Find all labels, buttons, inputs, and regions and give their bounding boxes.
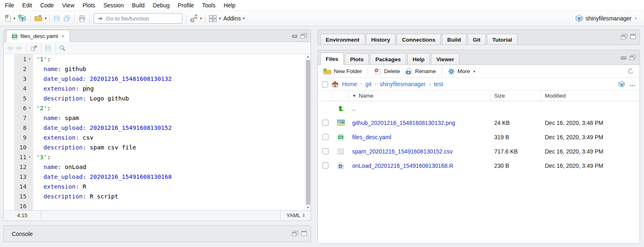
editor-body[interactable]: 1▼'1':2 name: github3 date_upload: 20201… [4, 54, 311, 210]
code-line[interactable]: 11▼'3': [4, 152, 311, 162]
code-line[interactable]: 6▼'2': [4, 103, 311, 113]
restore-icon[interactable] [300, 33, 307, 38]
menu-help[interactable]: Help [220, 0, 240, 11]
new-file-button[interactable] [3, 13, 13, 24]
forward-icon[interactable] [16, 45, 22, 51]
more-columns-button[interactable]: ... [629, 81, 635, 87]
popout-icon[interactable] [30, 45, 37, 51]
file-link[interactable]: spam_20201216_15491608130152.csv [352, 148, 453, 155]
code-line[interactable]: 5 description: Logo github [4, 93, 311, 103]
code-line[interactable]: 1▼'1': [4, 54, 311, 64]
file-link[interactable]: .. [352, 105, 355, 112]
scrollbar-thumb[interactable] [306, 60, 310, 205]
tab-connections[interactable]: Connections [397, 34, 441, 45]
search-icon[interactable] [59, 45, 66, 51]
new-project-button[interactable]: R [16, 13, 28, 24]
code-line[interactable]: 9 extension: csv [4, 133, 311, 142]
menu-session[interactable]: Session [99, 0, 128, 11]
tab-history[interactable]: History [366, 34, 396, 45]
console-header[interactable]: Console [4, 226, 311, 242]
tab-files[interactable]: Files [320, 53, 344, 65]
code-line[interactable]: 4 extension: png [4, 84, 311, 93]
header-size[interactable]: Size [491, 91, 542, 101]
header-name[interactable]: ▼ Name [349, 91, 491, 101]
file-checkbox[interactable] [322, 148, 329, 154]
restore-icon[interactable] [621, 34, 627, 39]
addins-button[interactable]: Addins ▾ [222, 13, 247, 24]
file-checkbox[interactable] [322, 162, 329, 169]
save-icon[interactable] [45, 45, 51, 51]
panes-layout-caret[interactable]: ▾ [218, 16, 222, 20]
editor-tab-files-desc-yaml[interactable]: YML files_desc.yaml × [6, 30, 70, 42]
file-checkbox[interactable] [322, 120, 329, 126]
breadcrumb-home[interactable]: Home [342, 81, 357, 87]
goto-file-box[interactable] [93, 13, 182, 24]
fold-arrow-icon[interactable]: ▼ [27, 103, 33, 113]
breadcrumb-shinyfilesmanager[interactable]: shinyfilesmanager [380, 81, 426, 87]
code-line[interactable]: 16 [4, 201, 311, 210]
scroll-up-icon[interactable]: ▲ [306, 54, 310, 59]
code-line[interactable]: 15 description: R script [4, 191, 311, 201]
tab-viewer[interactable]: Viewer [431, 53, 459, 65]
select-all-checkbox[interactable] [322, 81, 328, 87]
goto-file-input[interactable] [106, 16, 179, 22]
tab-help[interactable]: Help [407, 53, 430, 65]
code-line[interactable]: 14 extension: R [4, 182, 311, 191]
panes-layout-button[interactable] [207, 13, 218, 24]
home-icon[interactable] [331, 81, 339, 87]
print-button[interactable] [77, 13, 87, 24]
maximize-icon[interactable] [630, 34, 636, 39]
menu-build[interactable]: Build [128, 0, 149, 11]
project-selector[interactable]: R shinyfilesmanager ▾ [575, 14, 641, 22]
fold-arrow-icon[interactable]: ▼ [27, 152, 33, 162]
git-button[interactable]: +G [189, 13, 199, 24]
minimize-icon[interactable] [292, 33, 298, 38]
menu-plots[interactable]: Plots [78, 0, 99, 11]
git-caret[interactable]: ▾ [199, 16, 203, 20]
menu-edit[interactable]: Edit [18, 0, 36, 11]
tab-tutorial[interactable]: Tutorial [487, 34, 517, 45]
code-line[interactable]: 12 name: onLoad [4, 162, 311, 172]
back-icon[interactable] [7, 45, 14, 51]
breadcrumb-git[interactable]: git [365, 81, 371, 87]
fold-arrow-icon[interactable]: ▼ [27, 54, 33, 64]
menu-tools[interactable]: Tools [198, 0, 220, 11]
restore-icon[interactable] [292, 231, 298, 236]
open-file-button[interactable] [33, 13, 44, 24]
scroll-down-icon[interactable]: ▼ [306, 205, 310, 210]
language-mode-selector[interactable]: YAML ▲▼ [280, 211, 311, 220]
file-checkbox[interactable] [322, 134, 329, 140]
open-file-caret[interactable]: ▾ [44, 16, 48, 20]
tab-packages[interactable]: Packages [370, 53, 406, 65]
header-modified[interactable]: Modified [542, 91, 640, 101]
more-button[interactable]: More ▾ [446, 66, 478, 77]
delete-button[interactable]: Delete [372, 66, 402, 77]
save-button[interactable] [52, 13, 62, 24]
maximize-icon[interactable] [301, 231, 307, 236]
tab-plots[interactable]: Plots [345, 53, 369, 65]
code-line[interactable]: 7 name: spam [4, 113, 311, 123]
restore-icon[interactable] [629, 55, 636, 60]
menu-code[interactable]: Code [36, 0, 58, 11]
tab-environment[interactable]: Environment [320, 34, 365, 45]
menu-debug[interactable]: Debug [149, 0, 173, 11]
rename-button[interactable]: Rename [404, 66, 438, 77]
menu-file[interactable]: File [1, 0, 18, 11]
menu-profile[interactable]: Profile [174, 0, 198, 11]
code-line[interactable]: 8 date_upload: 20201216_15491608130152 [4, 123, 311, 133]
minimize-icon[interactable] [621, 55, 626, 60]
menu-view[interactable]: View [58, 0, 78, 11]
file-link[interactable]: github_20201216_15481608130132.png [352, 120, 455, 126]
refresh-button[interactable] [625, 66, 636, 77]
code-line[interactable]: 3 date_upload: 20201216_15481608130132 [4, 74, 311, 84]
new-file-caret[interactable]: ▾ [13, 16, 16, 20]
breadcrumb-test[interactable]: test [434, 81, 443, 87]
code-line[interactable]: 10 description: spam csv file [4, 142, 311, 152]
editor-vertical-scrollbar[interactable]: ▲ ▼ [305, 54, 311, 210]
code-line[interactable]: 13 date_upload: 20201216_15491608130168 [4, 172, 311, 182]
new-folder-button[interactable]: New Folder [321, 66, 364, 77]
tab-build[interactable]: Build [442, 34, 466, 45]
code-line[interactable]: 2 name: github [4, 64, 311, 74]
tab-git[interactable]: Git [468, 34, 486, 45]
file-link[interactable]: onLoad_20201216_15491608130168.R [352, 162, 453, 169]
